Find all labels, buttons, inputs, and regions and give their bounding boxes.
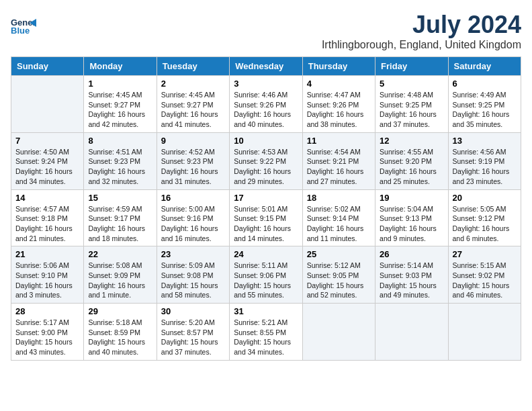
day-number: 23 [161,249,225,259]
calendar-cell [11,76,84,133]
cell-content: Sunrise: 4:55 AM Sunset: 9:20 PM Dayligh… [380,147,443,187]
calendar-cell: 17Sunrise: 5:01 AM Sunset: 9:15 PM Dayli… [230,189,302,246]
cell-content: Sunrise: 4:57 AM Sunset: 9:18 PM Dayligh… [15,204,79,244]
calendar-cell: 18Sunrise: 5:02 AM Sunset: 9:14 PM Dayli… [302,189,375,246]
cell-content: Sunrise: 5:17 AM Sunset: 9:00 PM Dayligh… [15,318,79,357]
calendar-cell: 30Sunrise: 5:20 AM Sunset: 8:57 PM Dayli… [157,304,229,361]
calendar-cell: 14Sunrise: 4:57 AM Sunset: 9:18 PM Dayli… [11,189,84,246]
column-header-friday: Friday [375,57,448,76]
header: General Blue July 2024 Irthlingborough, … [11,11,521,51]
calendar-cell: 8Sunrise: 4:51 AM Sunset: 9:23 PM Daylig… [84,132,157,189]
calendar-cell: 12Sunrise: 4:55 AM Sunset: 9:20 PM Dayli… [375,132,448,189]
cell-content: Sunrise: 5:11 AM Sunset: 9:06 PM Dayligh… [234,261,298,300]
cell-content: Sunrise: 4:53 AM Sunset: 9:22 PM Dayligh… [234,147,298,187]
calendar-cell: 27Sunrise: 5:15 AM Sunset: 9:02 PM Dayli… [448,246,521,304]
day-number: 10 [234,136,298,146]
day-number: 15 [88,193,152,203]
cell-content: Sunrise: 4:54 AM Sunset: 9:21 PM Dayligh… [307,147,371,187]
column-header-thursday: Thursday [302,57,375,76]
calendar-cell: 6Sunrise: 4:49 AM Sunset: 9:25 PM Daylig… [448,76,521,133]
calendar-cell: 24Sunrise: 5:11 AM Sunset: 9:06 PM Dayli… [230,246,302,304]
day-number: 25 [307,249,371,259]
month-year-title: July 2024 [322,11,521,39]
cell-content: Sunrise: 5:12 AM Sunset: 9:05 PM Dayligh… [307,261,371,300]
day-number: 3 [234,79,298,89]
day-number: 21 [15,249,79,259]
day-number: 29 [88,306,152,316]
calendar-cell: 29Sunrise: 5:18 AM Sunset: 8:59 PM Dayli… [84,304,157,361]
calendar-cell: 15Sunrise: 4:59 AM Sunset: 9:17 PM Dayli… [84,189,157,246]
day-number: 17 [234,193,298,203]
cell-content: Sunrise: 4:50 AM Sunset: 9:24 PM Dayligh… [15,147,79,187]
calendar-cell: 1Sunrise: 4:45 AM Sunset: 9:27 PM Daylig… [84,76,157,133]
column-header-tuesday: Tuesday [157,57,229,76]
cell-content: Sunrise: 5:09 AM Sunset: 9:08 PM Dayligh… [161,261,225,300]
cell-content: Sunrise: 4:48 AM Sunset: 9:25 PM Dayligh… [380,90,443,130]
calendar-cell: 23Sunrise: 5:09 AM Sunset: 9:08 PM Dayli… [157,246,229,304]
cell-content: Sunrise: 5:20 AM Sunset: 8:57 PM Dayligh… [161,318,225,357]
calendar-cell: 5Sunrise: 4:48 AM Sunset: 9:25 PM Daylig… [375,76,448,133]
day-number: 7 [15,136,79,146]
cell-content: Sunrise: 4:47 AM Sunset: 9:26 PM Dayligh… [307,90,371,130]
day-number: 6 [453,79,517,89]
calendar-cell: 4Sunrise: 4:47 AM Sunset: 9:26 PM Daylig… [302,76,375,133]
cell-content: Sunrise: 4:45 AM Sunset: 9:27 PM Dayligh… [88,90,152,130]
calendar-cell: 22Sunrise: 5:08 AM Sunset: 9:09 PM Dayli… [84,246,157,304]
day-number: 8 [88,136,152,146]
cell-content: Sunrise: 4:46 AM Sunset: 9:26 PM Dayligh… [234,90,298,130]
calendar-cell [375,304,448,361]
cell-content: Sunrise: 4:52 AM Sunset: 9:23 PM Dayligh… [161,147,225,187]
day-number: 4 [307,79,371,89]
calendar-cell: 25Sunrise: 5:12 AM Sunset: 9:05 PM Dayli… [302,246,375,304]
calendar-cell: 2Sunrise: 4:45 AM Sunset: 9:27 PM Daylig… [157,76,229,133]
calendar-cell: 9Sunrise: 4:52 AM Sunset: 9:23 PM Daylig… [157,132,229,189]
cell-content: Sunrise: 5:18 AM Sunset: 8:59 PM Dayligh… [88,318,152,357]
cell-content: Sunrise: 5:06 AM Sunset: 9:10 PM Dayligh… [15,261,79,300]
day-number: 28 [15,306,79,316]
calendar-cell: 3Sunrise: 4:46 AM Sunset: 9:26 PM Daylig… [230,76,302,133]
calendar-cell: 26Sunrise: 5:14 AM Sunset: 9:03 PM Dayli… [375,246,448,304]
svg-text:Blue: Blue [11,26,30,36]
cell-content: Sunrise: 5:00 AM Sunset: 9:16 PM Dayligh… [161,204,225,244]
day-number: 9 [161,136,225,146]
day-number: 22 [88,249,152,259]
day-number: 12 [380,136,443,146]
calendar-cell: 31Sunrise: 5:21 AM Sunset: 8:55 PM Dayli… [230,304,302,361]
calendar-cell: 28Sunrise: 5:17 AM Sunset: 9:00 PM Dayli… [11,304,84,361]
cell-content: Sunrise: 5:01 AM Sunset: 9:15 PM Dayligh… [234,204,298,244]
logo: General Blue [11,11,36,36]
calendar-cell: 10Sunrise: 4:53 AM Sunset: 9:22 PM Dayli… [230,132,302,189]
day-number: 27 [453,249,517,259]
cell-content: Sunrise: 5:02 AM Sunset: 9:14 PM Dayligh… [307,204,371,244]
calendar-cell [448,304,521,361]
title-area: July 2024 Irthlingborough, England, Unit… [322,11,521,51]
day-number: 2 [161,79,225,89]
cell-content: Sunrise: 4:56 AM Sunset: 9:19 PM Dayligh… [453,147,517,187]
calendar-cell: 11Sunrise: 4:54 AM Sunset: 9:21 PM Dayli… [302,132,375,189]
day-number: 5 [380,79,443,89]
cell-content: Sunrise: 4:49 AM Sunset: 9:25 PM Dayligh… [453,90,517,130]
calendar-cell [302,304,375,361]
calendar-cell: 13Sunrise: 4:56 AM Sunset: 9:19 PM Dayli… [448,132,521,189]
calendar-cell: 21Sunrise: 5:06 AM Sunset: 9:10 PM Dayli… [11,246,84,304]
day-number: 19 [380,193,443,203]
column-header-wednesday: Wednesday [230,57,302,76]
calendar-cell: 16Sunrise: 5:00 AM Sunset: 9:16 PM Dayli… [157,189,229,246]
day-number: 1 [88,79,152,89]
cell-content: Sunrise: 4:51 AM Sunset: 9:23 PM Dayligh… [88,147,152,187]
day-number: 14 [15,193,79,203]
day-number: 30 [161,306,225,316]
day-number: 18 [307,193,371,203]
day-number: 20 [453,193,517,203]
day-number: 16 [161,193,225,203]
day-number: 31 [234,306,298,316]
cell-content: Sunrise: 5:15 AM Sunset: 9:02 PM Dayligh… [453,261,517,300]
column-header-monday: Monday [84,57,157,76]
day-number: 11 [307,136,371,146]
cell-content: Sunrise: 4:59 AM Sunset: 9:17 PM Dayligh… [88,204,152,244]
calendar-cell: 20Sunrise: 5:05 AM Sunset: 9:12 PM Dayli… [448,189,521,246]
cell-content: Sunrise: 5:04 AM Sunset: 9:13 PM Dayligh… [380,204,443,244]
day-number: 24 [234,249,298,259]
column-header-sunday: Sunday [11,57,84,76]
calendar-table: SundayMondayTuesdayWednesdayThursdayFrid… [11,56,521,361]
